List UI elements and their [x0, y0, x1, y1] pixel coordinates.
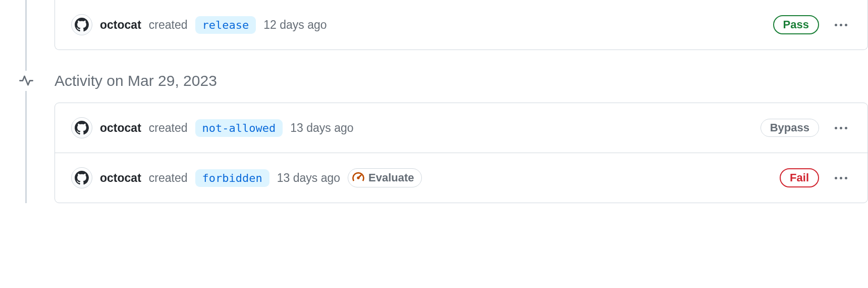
- evaluate-badge[interactable]: Evaluate: [348, 168, 422, 187]
- timestamp: 12 days ago: [263, 18, 327, 32]
- branch-tag[interactable]: forbidden: [195, 169, 269, 187]
- kebab-icon: [845, 24, 847, 26]
- activity-group: octocat created not-allowed 13 days ago …: [55, 103, 868, 203]
- kebab-icon: [835, 177, 837, 179]
- username-link[interactable]: octocat: [100, 171, 141, 185]
- timestamp: 13 days ago: [290, 121, 353, 135]
- row-content: octocat created release 12 days ago: [71, 14, 773, 35]
- timestamp: 13 days ago: [277, 171, 340, 185]
- kebab-icon: [840, 24, 842, 26]
- kebab-icon: [835, 127, 837, 129]
- branch-tag[interactable]: not-allowed: [195, 119, 283, 137]
- branch-tag[interactable]: release: [195, 16, 256, 34]
- avatar[interactable]: [71, 167, 92, 188]
- row-content: octocat created not-allowed 13 days ago: [71, 117, 761, 138]
- username-link[interactable]: octocat: [100, 121, 141, 135]
- pulse-icon: [16, 71, 36, 91]
- status-badge-bypass: Bypass: [761, 119, 819, 137]
- svg-line-1: [358, 175, 361, 178]
- activity-row: octocat created release 12 days ago Pass: [55, 0, 867, 50]
- kebab-icon: [845, 177, 847, 179]
- activity-row: octocat created not-allowed 13 days ago …: [55, 103, 867, 153]
- row-actions: Pass: [773, 14, 851, 35]
- timeline-line: [25, 0, 27, 203]
- row-actions: Bypass: [761, 117, 851, 138]
- avatar[interactable]: [71, 14, 92, 35]
- kebab-icon: [840, 127, 842, 129]
- row-actions: Fail: [780, 167, 851, 188]
- kebab-menu-button[interactable]: [830, 117, 851, 138]
- action-text: created: [149, 121, 188, 135]
- action-text: created: [149, 171, 188, 185]
- avatar[interactable]: [71, 117, 92, 138]
- kebab-icon: [840, 177, 842, 179]
- kebab-icon: [835, 24, 837, 26]
- evaluate-label: Evaluate: [368, 171, 414, 184]
- date-header: Activity on Mar 29, 2023: [55, 72, 868, 89]
- kebab-menu-button[interactable]: [830, 167, 851, 188]
- username-link[interactable]: octocat: [100, 18, 141, 32]
- status-badge-fail: Fail: [780, 168, 819, 187]
- gauge-icon: [352, 172, 364, 184]
- activity-row: octocat created forbidden 13 days ago Ev…: [55, 153, 867, 203]
- row-content: octocat created forbidden 13 days ago Ev…: [71, 167, 780, 188]
- kebab-menu-button[interactable]: [830, 14, 851, 35]
- kebab-icon: [845, 127, 847, 129]
- status-badge-pass: Pass: [773, 15, 819, 34]
- activity-group: octocat created release 12 days ago Pass: [55, 0, 868, 50]
- action-text: created: [149, 18, 188, 32]
